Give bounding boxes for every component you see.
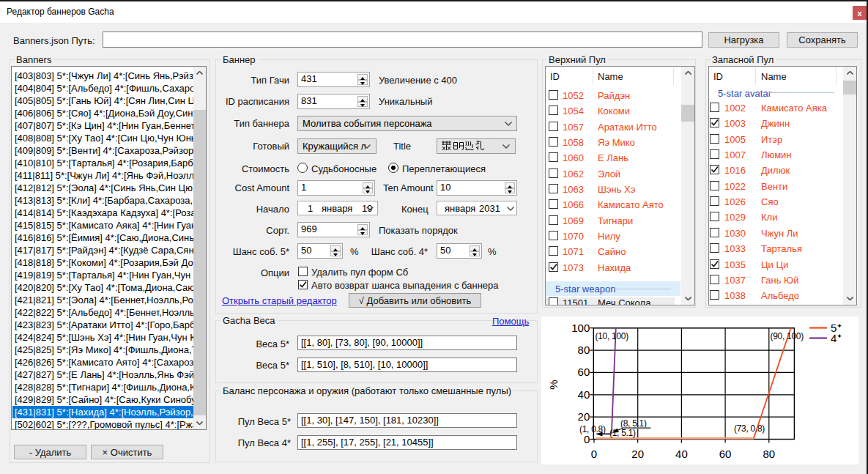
svg-text:(1, 5.1): (1, 5.1) (609, 428, 636, 438)
svg-text:(10, 100): (10, 100) (596, 331, 629, 341)
svg-text:0: 0 (584, 433, 590, 445)
svg-text:20: 20 (631, 448, 644, 460)
svg-text:60: 60 (578, 366, 590, 378)
svg-text:80: 80 (578, 344, 590, 356)
svg-text:(8, 5.1): (8, 5.1) (620, 418, 647, 429)
svg-text:100: 100 (571, 322, 590, 334)
svg-text:20: 20 (578, 410, 590, 423)
svg-text:40: 40 (578, 388, 590, 401)
svg-text:40: 40 (675, 448, 688, 460)
svg-text:(73, 0.8): (73, 0.8) (734, 423, 765, 434)
svg-text:0: 0 (591, 448, 597, 460)
svg-text:60: 60 (719, 448, 732, 460)
svg-text:(90, 100): (90, 100) (771, 331, 804, 341)
svg-text:%: % (547, 379, 560, 389)
svg-text:80: 80 (763, 448, 775, 460)
